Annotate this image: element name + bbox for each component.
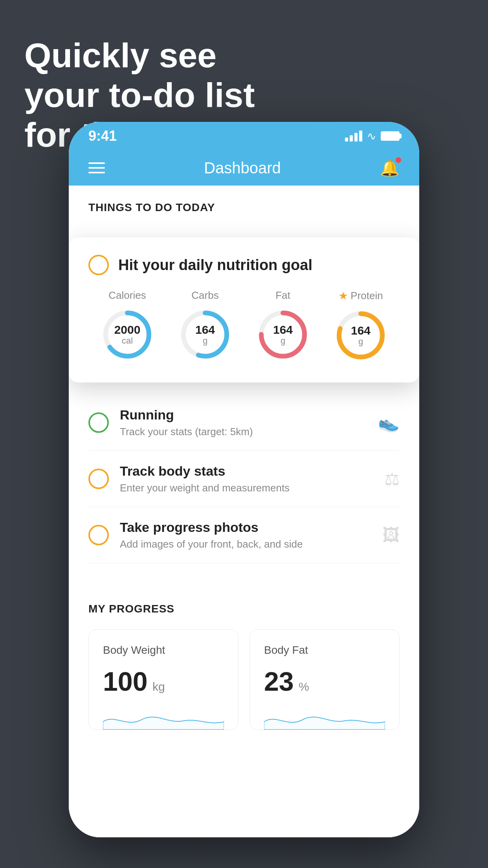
nutrition-ring: 164 g [333,308,388,363]
todo-checkbox[interactable] [88,525,109,545]
progress-card-title: Body Fat [264,644,385,657]
nutrition-checkbox[interactable] [88,255,109,275]
nav-title: Dashboard [204,159,281,177]
status-time: 9:41 [88,128,117,144]
ring-unit: g [351,337,371,346]
signal-icon [345,131,362,142]
notification-button[interactable]: 🔔 [380,159,400,177]
todo-subtitle: Add images of your front, back, and side [120,538,371,550]
nutrition-label: Calories [108,289,146,302]
progress-card[interactable]: Body Fat 23 % [250,629,400,730]
progress-card-value-row: 23 % [264,666,385,697]
ring-value: 164 [195,323,215,336]
ring-text: 2000 cal [114,323,141,346]
nutrition-row: Calories 2000 cal Carbs 164 g [88,289,400,363]
progress-card-title: Body Weight [103,644,224,657]
nutrition-item: Fat 164 g [255,289,310,362]
phone-body: THINGS TO DO TODAY Hit your daily nutrit… [69,186,419,837]
todo-subtitle: Track your stats (target: 5km) [120,426,367,438]
star-icon: ★ [338,289,348,302]
hero-line2: your to-do list [24,75,255,115]
status-bar: 9:41 ∿ [69,122,419,150]
hero-line1: Quickly see [24,35,255,75]
nutrition-item: ★ Protein 164 g [333,289,388,363]
ring-value: 164 [351,324,371,337]
progress-value: 23 [264,666,294,696]
todo-content: Track body stats Enter your weight and m… [120,463,373,494]
nav-bar: Dashboard 🔔 [69,150,419,186]
todo-content: Take progress photos Add images of your … [120,520,371,550]
ring-text: 164 g [351,324,371,346]
nutrition-item: Carbs 164 g [178,289,233,362]
progress-graph [103,706,224,730]
status-icons: ∿ [345,130,400,143]
section-header-today: THINGS TO DO TODAY [69,186,419,222]
todo-icon: ⚖ [384,469,400,489]
nutrition-card-title: Hit your daily nutrition goal [118,257,312,274]
todo-title: Take progress photos [120,520,371,535]
todo-icon: 👟 [378,412,400,433]
nutrition-ring: 2000 cal [100,307,155,362]
nutrition-card: Hit your daily nutrition goal Calories 2… [69,237,419,383]
todo-title: Track body stats [120,463,373,479]
todo-item[interactable]: Track body stats Enter your weight and m… [88,451,400,507]
progress-title: MY PROGRESS [88,603,400,615]
ring-text: 164 g [195,323,215,346]
todo-title: Running [120,407,367,423]
todo-checkbox[interactable] [88,412,109,433]
progress-section: MY PROGRESS Body Weight 100 kg Body Fat … [69,579,419,746]
menu-button[interactable] [88,162,105,173]
todo-item[interactable]: Running Track your stats (target: 5km) 👟 [88,395,400,451]
todo-content: Running Track your stats (target: 5km) [120,407,367,438]
progress-unit: % [299,680,309,693]
progress-cards: Body Weight 100 kg Body Fat 23 % [88,629,400,730]
todo-subtitle: Enter your weight and measurements [120,482,373,494]
nutrition-label: Fat [275,289,290,302]
todo-checkbox[interactable] [88,469,109,489]
nutrition-label: ★ Protein [338,289,383,302]
phone-shell: 9:41 ∿ Dashboard 🔔 THINGS TO DO TODAY [69,122,419,837]
progress-unit: kg [152,680,165,693]
notification-dot [396,157,401,163]
nutrition-ring: 164 g [255,307,310,362]
ring-unit: g [195,336,215,346]
nutrition-item: Calories 2000 cal [100,289,155,362]
ring-value: 164 [273,323,293,336]
ring-text: 164 g [273,323,293,346]
ring-unit: g [273,336,293,346]
nutrition-label: Carbs [191,289,218,302]
ring-value: 2000 [114,323,141,336]
progress-value: 100 [103,666,147,696]
todo-icon: 🖼 [382,525,400,545]
nutrition-ring: 164 g [178,307,233,362]
progress-card-value-row: 100 kg [103,666,224,697]
ring-unit: cal [114,336,141,346]
todo-list: Running Track your stats (target: 5km) 👟… [69,395,419,563]
todo-item[interactable]: Take progress photos Add images of your … [88,507,400,563]
wifi-icon: ∿ [367,130,376,143]
progress-card[interactable]: Body Weight 100 kg [88,629,238,730]
battery-icon [381,131,400,141]
progress-graph [264,706,385,730]
